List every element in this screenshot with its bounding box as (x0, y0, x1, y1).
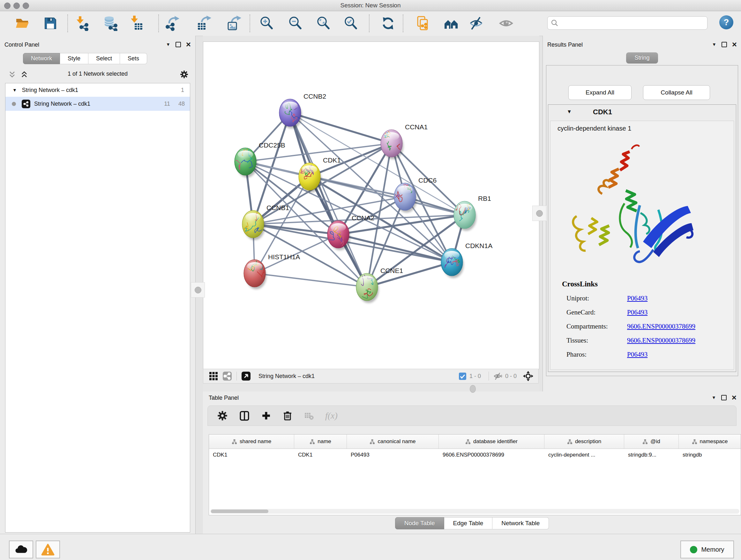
gene-section-header[interactable]: ▼ CDK1 (548, 105, 736, 120)
network-edge[interactable] (290, 113, 392, 143)
import-network-database-icon[interactable] (103, 16, 118, 31)
network-edge[interactable] (290, 113, 367, 287)
table-settings-gear-icon[interactable] (217, 411, 227, 421)
panel-float-icon[interactable] (176, 42, 181, 47)
panel-float-icon[interactable] (721, 395, 727, 400)
crosslink-link[interactable]: P06493 (627, 351, 648, 359)
network-node-ccne1[interactable]: CCNE1 (356, 267, 403, 303)
panel-collapse-icon[interactable]: ▼ (166, 42, 171, 47)
show-graphics-details-icon[interactable] (498, 16, 514, 31)
hide-graphics-details-icon[interactable] (468, 16, 484, 31)
network-node-rb1[interactable]: RB1 (454, 195, 491, 231)
horizontal-splitter-handle[interactable] (470, 385, 476, 393)
warnings-button[interactable] (36, 541, 60, 558)
panel-collapse-icon[interactable]: ▼ (712, 42, 717, 47)
network-node-hist1h1a[interactable]: HIST1H1A (244, 253, 300, 289)
column-header-database-identifier[interactable]: database identifier (439, 435, 544, 449)
panel-close-icon[interactable]: × (186, 42, 191, 47)
right-splitter-handle[interactable] (532, 206, 546, 221)
memory-button[interactable]: Memory (680, 541, 734, 558)
tab-sets[interactable]: Sets (120, 53, 147, 64)
tab-network-table[interactable]: Network Table (492, 517, 549, 530)
tab-select[interactable]: Select (88, 53, 120, 64)
crosslink-row: Tissues:9606.ENSP00000378699 (566, 336, 695, 345)
column-header-namespace[interactable]: namespace (679, 435, 741, 449)
hidden-eye-icon[interactable] (493, 372, 502, 381)
table-row[interactable]: CDK1CDK1P064939606.ENSP00000378699cyclin… (209, 449, 741, 462)
network-edge[interactable] (290, 113, 465, 215)
export-image-icon[interactable] (226, 16, 242, 31)
cloud-button[interactable] (9, 541, 33, 558)
collapse-all-button[interactable]: Collapse All (643, 85, 710, 100)
add-column-icon[interactable] (261, 411, 271, 421)
grid-view-icon[interactable] (209, 372, 218, 381)
crosslink-link[interactable]: 9606.ENSP00000378699 (627, 322, 695, 330)
left-splitter-handle[interactable] (191, 282, 205, 298)
table-cell: stringdb:9... (624, 449, 679, 462)
tree-expand-icon[interactable]: ▼ (12, 87, 17, 92)
tab-network[interactable]: Network (23, 53, 60, 64)
delete-table-icon[interactable] (304, 411, 314, 421)
zoom-in-icon[interactable] (259, 16, 274, 31)
panel-close-icon[interactable]: × (732, 42, 737, 47)
crosshair-icon[interactable] (523, 371, 533, 381)
expand-all-button[interactable]: Expand All (568, 85, 631, 100)
toolbar-separator (369, 14, 369, 32)
show-columns-icon[interactable] (239, 410, 250, 421)
selected-checkbox[interactable] (459, 373, 466, 380)
birds-eye-view-icon[interactable] (241, 371, 251, 381)
network-status-dot (12, 102, 16, 106)
protein-structure-image (557, 139, 698, 273)
crosslink-link[interactable]: P06493 (627, 294, 648, 302)
panel-close-icon[interactable]: × (732, 395, 737, 400)
scrollbar-thumb[interactable] (211, 509, 268, 513)
import-table-file-icon[interactable] (129, 16, 144, 31)
panel-float-icon[interactable] (722, 42, 727, 47)
network-collection-row[interactable]: ▼ String Network – cdk1 1 (5, 83, 190, 97)
crosslinks-heading: CrossLinks (562, 280, 695, 288)
crosslink-link[interactable]: P06493 (627, 308, 648, 316)
network-canvas[interactable]: CDK1CCNB1CCNB2CCNA1CCNA2CCNE1CDC25BCDC6R… (203, 42, 539, 369)
node-label: CCNE1 (381, 267, 403, 274)
titlebar: Session: New Session (0, 0, 741, 11)
network-node-cdkn1a[interactable]: CDKN1A (441, 242, 492, 278)
column-header-shared-name[interactable]: shared name (209, 435, 294, 449)
section-collapse-icon[interactable]: ▼ (567, 109, 572, 115)
tab-edge-table[interactable]: Edge Table (444, 517, 493, 530)
network-node-ccnb2[interactable]: CCNB2 (279, 92, 326, 129)
help-button[interactable]: ? (719, 15, 733, 29)
export-network-icon[interactable] (165, 16, 181, 31)
window-title: Session: New Session (0, 2, 741, 9)
zoom-fit-icon[interactable] (316, 16, 331, 31)
search-input[interactable] (561, 17, 703, 28)
zoom-selected-icon[interactable] (343, 16, 359, 31)
column-header-id[interactable]: @id (624, 435, 679, 449)
panel-collapse-icon[interactable]: ▼ (712, 395, 716, 400)
import-network-file-icon[interactable] (75, 16, 90, 31)
function-builder-icon[interactable]: f(x) (325, 411, 338, 421)
network-view-icon[interactable] (222, 371, 232, 381)
export-table-icon[interactable] (197, 16, 212, 31)
column-header-name[interactable]: name (294, 435, 347, 449)
save-session-icon[interactable] (43, 16, 58, 31)
gear-icon[interactable] (180, 70, 188, 78)
clone-network-view-icon[interactable] (415, 16, 430, 31)
tab-style[interactable]: Style (60, 53, 88, 64)
tab-node-table[interactable]: Node Table (395, 517, 444, 530)
first-neighbors-icon[interactable] (444, 16, 459, 31)
network-edge[interactable] (255, 273, 367, 287)
network-edge[interactable] (367, 262, 452, 287)
column-header-description[interactable]: description (544, 435, 624, 449)
zoom-out-icon[interactable] (288, 16, 303, 31)
network-graph[interactable]: CDK1CCNB1CCNB2CCNA1CCNA2CCNE1CDC25BCDC6R… (203, 42, 539, 369)
column-header-canonical-name[interactable]: canonical name (347, 435, 439, 449)
open-session-icon[interactable] (15, 16, 30, 31)
crosslink-link[interactable]: 9606.ENSP00000378699 (627, 336, 695, 345)
table-horizontal-scrollbar[interactable] (210, 509, 739, 514)
node-label: CCNB1 (266, 204, 289, 211)
network-row-selected[interactable]: String Network – cdk1 11 48 (5, 97, 190, 111)
apply-layout-icon[interactable] (381, 16, 396, 31)
tab-string[interactable]: String (626, 52, 658, 64)
network-node-ccna1[interactable]: CCNA1 (381, 123, 428, 159)
delete-column-icon[interactable] (282, 411, 293, 421)
